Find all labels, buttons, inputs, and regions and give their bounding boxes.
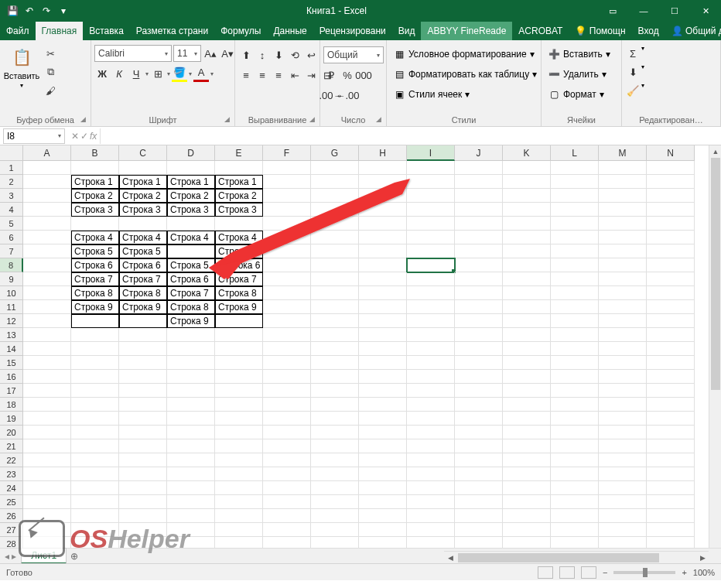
cell[interactable] (359, 314, 407, 328)
insert-cells-button[interactable]: ➕Вставить ▾ (545, 45, 613, 63)
cell[interactable]: Строка 9 (167, 314, 215, 328)
cell[interactable]: Строка 8 (167, 300, 215, 314)
cell[interactable]: Строка 3 (119, 203, 167, 217)
cell[interactable] (647, 342, 695, 356)
cell[interactable] (23, 300, 71, 314)
cell[interactable] (71, 467, 119, 481)
cell[interactable] (167, 356, 215, 370)
cell[interactable] (647, 244, 695, 258)
cell[interactable] (599, 231, 647, 244)
cell[interactable] (311, 356, 359, 370)
cell[interactable] (359, 426, 407, 439)
select-all-corner[interactable] (0, 145, 23, 161)
dialog-launcher-icon[interactable]: ◢ (309, 115, 315, 123)
cell[interactable] (263, 467, 311, 481)
autosum-icon[interactable]: Σ (625, 45, 641, 62)
scrollbar-thumb[interactable] (711, 158, 720, 390)
cell[interactable] (311, 286, 359, 300)
maximize-icon[interactable]: ☐ (659, 0, 690, 22)
cell[interactable] (551, 272, 599, 286)
tab-data[interactable]: Данные (267, 22, 313, 40)
cell[interactable] (167, 328, 215, 342)
cell-styles-button[interactable]: ▣Стили ячеек ▾ (390, 85, 473, 104)
cell[interactable] (71, 426, 119, 439)
cell[interactable] (503, 412, 551, 426)
cell[interactable] (23, 412, 71, 426)
font-family-combo[interactable]: Calibri▾ (94, 45, 172, 62)
cell[interactable] (215, 467, 263, 481)
cell[interactable] (167, 217, 215, 231)
cell[interactable] (167, 453, 215, 467)
scroll-up-icon[interactable]: ▲ (709, 145, 721, 158)
row-header[interactable]: 3 (0, 189, 23, 203)
cell[interactable] (551, 203, 599, 217)
cell[interactable] (359, 467, 407, 481)
cell[interactable] (215, 370, 263, 384)
cell[interactable] (455, 314, 503, 328)
cell[interactable] (407, 258, 455, 272)
cell[interactable] (311, 203, 359, 217)
cell[interactable] (551, 244, 599, 258)
column-header[interactable]: J (455, 145, 503, 161)
cell[interactable] (311, 398, 359, 412)
cell[interactable] (23, 398, 71, 412)
cell[interactable] (167, 244, 215, 258)
scroll-left-icon[interactable]: ◀ (444, 552, 456, 563)
cell[interactable] (263, 272, 311, 286)
cell[interactable] (407, 495, 455, 509)
tab-insert[interactable]: Вставка (83, 22, 130, 40)
cell[interactable] (215, 523, 263, 537)
cell[interactable] (71, 384, 119, 398)
cell[interactable] (647, 439, 695, 453)
cell[interactable] (647, 398, 695, 412)
cell[interactable] (407, 523, 455, 537)
cell[interactable] (311, 189, 359, 203)
cell[interactable]: Строка 5 (215, 244, 263, 258)
cell[interactable]: Строка 9 (215, 300, 263, 314)
cell[interactable] (311, 439, 359, 453)
cell[interactable] (599, 300, 647, 314)
cell[interactable] (551, 300, 599, 314)
align-left-icon[interactable]: ≡ (238, 67, 254, 84)
currency-icon[interactable]: ₽ (323, 67, 339, 84)
cell[interactable] (311, 342, 359, 356)
cell[interactable] (263, 314, 311, 328)
cell[interactable] (503, 509, 551, 523)
column-header[interactable]: N (647, 145, 695, 161)
cell[interactable] (647, 314, 695, 328)
cut-icon[interactable]: ✂ (42, 45, 59, 62)
cell[interactable] (359, 328, 407, 342)
cell[interactable] (215, 342, 263, 356)
cell[interactable] (119, 453, 167, 467)
cell[interactable] (407, 328, 455, 342)
border-icon[interactable]: ⊞ (150, 65, 166, 82)
cell[interactable] (311, 231, 359, 244)
undo-icon[interactable]: ↶ (22, 3, 37, 19)
cell[interactable]: Строка 7 (119, 272, 167, 286)
cell[interactable] (599, 412, 647, 426)
cell[interactable] (23, 231, 71, 244)
cell[interactable]: Строка 7 (71, 272, 119, 286)
cell[interactable] (263, 300, 311, 314)
scrollbar-thumb[interactable] (458, 553, 659, 562)
cell[interactable] (71, 217, 119, 231)
cell[interactable] (503, 161, 551, 175)
column-header[interactable]: G (311, 145, 359, 161)
cell[interactable] (167, 426, 215, 439)
row-header[interactable]: 13 (0, 328, 23, 342)
cell[interactable] (647, 300, 695, 314)
cell[interactable] (455, 356, 503, 370)
row-header[interactable]: 22 (0, 453, 23, 467)
tab-home[interactable]: Главная (36, 22, 84, 40)
cell[interactable] (119, 412, 167, 426)
cell[interactable] (551, 523, 599, 537)
zoom-out-icon[interactable]: − (603, 568, 607, 577)
cell[interactable] (311, 314, 359, 328)
cell[interactable] (23, 356, 71, 370)
cell[interactable] (263, 398, 311, 412)
cell[interactable] (599, 161, 647, 175)
cell[interactable] (311, 370, 359, 384)
fill-color-icon[interactable]: 🪣 (172, 65, 187, 82)
column-header[interactable]: F (263, 145, 311, 161)
column-header[interactable]: B (71, 145, 119, 161)
